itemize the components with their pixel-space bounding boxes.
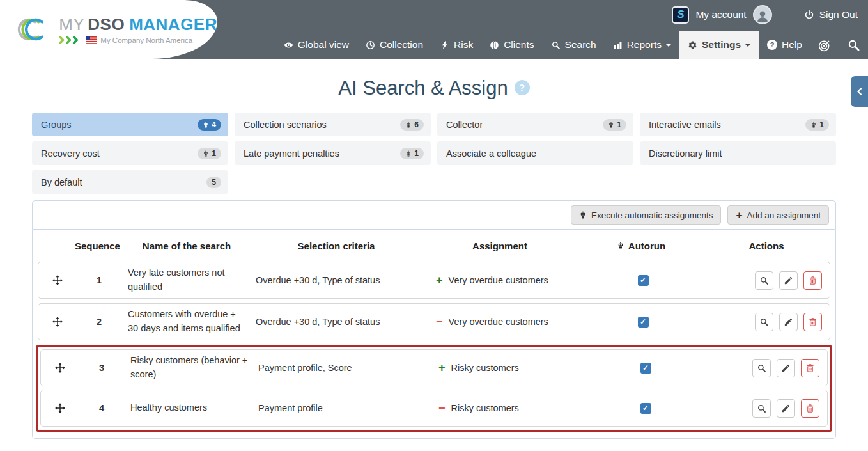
navbar-search-button[interactable] — [839, 31, 868, 59]
delete-button[interactable] — [801, 359, 819, 377]
clock-icon — [366, 40, 375, 50]
nav-help[interactable]: Help — [759, 31, 810, 59]
magnifier-icon — [759, 317, 769, 327]
edit-button[interactable] — [779, 271, 798, 290]
delete-button[interactable] — [801, 399, 819, 418]
count-badge: 1 — [805, 119, 829, 131]
edit-button[interactable] — [777, 359, 795, 377]
robot-icon — [579, 210, 587, 219]
robot-icon — [608, 121, 614, 129]
target-icon — [818, 38, 832, 52]
column-criteria: Selection criteria — [254, 241, 419, 251]
autorun-cell — [640, 403, 651, 414]
view-button[interactable] — [755, 313, 773, 331]
column-sequence: Sequence — [75, 241, 120, 251]
tab-groups[interactable]: Groups 4 — [32, 113, 228, 136]
autorun-checkbox[interactable] — [640, 403, 651, 414]
tab-associate-a-colleague[interactable]: Associate a colleague — [437, 141, 633, 165]
main-nav: Global view Collection Risk Clients Sear… — [275, 31, 868, 59]
count-badge: 5 — [206, 177, 221, 188]
tab-label: Collector — [446, 120, 483, 130]
bar-chart-icon — [613, 40, 623, 50]
pencil-icon — [781, 363, 791, 373]
tab-discretionary-limit[interactable]: Discretionary limit — [640, 141, 836, 165]
autorun-checkbox[interactable] — [640, 363, 651, 374]
search-name: Risky customers (behavior + score) — [124, 354, 258, 382]
assignment-cell: − Very overdue customers — [421, 317, 583, 327]
column-actions: Actions — [701, 241, 832, 251]
target-button[interactable] — [810, 31, 839, 59]
nav-settings[interactable]: Settings — [679, 31, 759, 59]
add-an-assignment-button[interactable]: Add an assignment — [727, 205, 829, 225]
view-button[interactable] — [755, 271, 773, 290]
assignments-toolbar: Execute automatic assignments Add an ass… — [32, 200, 836, 230]
view-button[interactable] — [752, 359, 771, 377]
tab-collector[interactable]: Collector 1 — [437, 113, 633, 136]
tab-by-default[interactable]: By default 5 — [32, 170, 228, 194]
page-title: AI Search & Assign — [338, 77, 508, 99]
column-autorun: Autorun — [581, 241, 701, 251]
column-name: Name of the search — [120, 241, 254, 251]
row-actions — [703, 313, 830, 331]
autorun-checkbox[interactable] — [638, 275, 649, 286]
row-actions — [706, 399, 827, 418]
trash-icon — [808, 317, 818, 327]
help-icon[interactable] — [515, 80, 530, 95]
drag-handle[interactable] — [54, 402, 66, 414]
tab-label: Interactive emails — [649, 120, 721, 130]
logo-arcs-icon — [17, 10, 55, 49]
tab-label: By default — [41, 177, 82, 187]
autorun-cell — [640, 363, 651, 374]
magnifier-icon — [757, 363, 766, 373]
user-avatar[interactable] — [753, 5, 772, 24]
nav-global-view[interactable]: Global view — [275, 31, 357, 59]
edit-button[interactable] — [777, 399, 795, 418]
search-name: Very late customers not qualified — [121, 266, 256, 294]
nav-clients[interactable]: Clients — [481, 31, 542, 59]
selection-criteria: Payment profile, Score — [258, 363, 423, 373]
move-icon — [54, 402, 66, 414]
nav-search[interactable]: Search — [543, 31, 605, 59]
selection-criteria: Overdue +30 d, Type of status — [256, 317, 421, 327]
app-logo[interactable]: MYDSOMANAGER — [0, 0, 217, 59]
top-navbar: MYDSOMANAGER — [0, 0, 868, 59]
edit-button[interactable] — [779, 313, 798, 331]
tab-label: Late payment penalties — [244, 148, 339, 159]
assignment-value: Risky customers — [451, 363, 519, 373]
table-row: 3 Risky customers (behavior + score) Pay… — [40, 349, 828, 386]
us-flag-icon — [86, 36, 97, 44]
tab-recovery-cost[interactable]: Recovery cost 1 — [32, 141, 228, 165]
gear-icon — [688, 40, 697, 50]
search-name: Customers with overdue + 30 days and ite… — [121, 308, 256, 336]
sign-out-link[interactable]: Sign Out — [804, 9, 858, 20]
autorun-checkbox[interactable] — [638, 317, 649, 328]
person-icon — [756, 9, 770, 23]
nav-collection[interactable]: Collection — [357, 31, 431, 59]
tab-interactive-emails[interactable]: Interactive emails 1 — [640, 113, 836, 136]
drag-handle[interactable] — [52, 274, 63, 286]
nav-risk[interactable]: Risk — [431, 31, 481, 59]
chevron-down-icon — [666, 44, 671, 49]
nav-reports[interactable]: Reports — [605, 31, 679, 59]
company-logo[interactable]: S — [672, 6, 689, 24]
delete-button[interactable] — [803, 271, 822, 290]
trash-icon — [805, 363, 815, 373]
row-actions — [703, 271, 830, 290]
drag-handle[interactable] — [54, 362, 66, 374]
search-icon — [847, 38, 860, 52]
delete-button[interactable] — [803, 313, 822, 331]
drag-handle[interactable] — [52, 316, 63, 328]
pencil-icon — [784, 317, 793, 327]
tab-late-payment-penalties[interactable]: Late payment penalties 1 — [235, 141, 431, 165]
globe-icon — [490, 40, 499, 50]
my-account-link[interactable]: My account — [695, 9, 746, 20]
trash-icon — [805, 404, 815, 413]
assignment-category-tabs: Groups 4 Collection scenarios 6 Collecto… — [32, 113, 836, 194]
execute-automatic-assignments-button[interactable]: Execute automatic assignments — [571, 205, 722, 225]
view-button[interactable] — [752, 399, 771, 418]
plus-sign-icon: + — [436, 276, 443, 285]
tab-collection-scenarios[interactable]: Collection scenarios 6 — [235, 113, 431, 136]
robot-icon — [810, 121, 817, 129]
collapse-panel-button[interactable] — [851, 76, 868, 107]
tab-label: Collection scenarios — [244, 120, 327, 130]
